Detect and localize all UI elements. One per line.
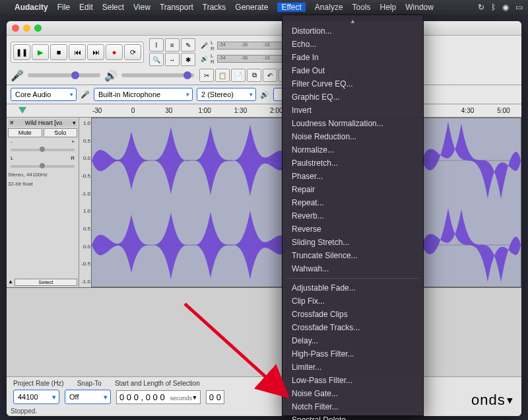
solo-button[interactable]: Solo <box>44 128 78 137</box>
bluetooth-icon[interactable]: ᛒ <box>491 3 496 12</box>
skip-end-button[interactable]: ⏭ <box>87 44 104 60</box>
trim-button[interactable]: ⧉ <box>247 69 261 82</box>
selection-start-time[interactable]: 0 0 0 , 0 0 0 seconds▾ <box>116 390 201 404</box>
maximize-button[interactable] <box>34 24 42 32</box>
menu-window[interactable]: Window <box>405 3 434 12</box>
multi-tool[interactable]: ✱ <box>181 53 195 66</box>
copy-button[interactable]: 📋 <box>215 69 230 82</box>
play-button[interactable]: ▶ <box>32 44 49 60</box>
effect-menu-item[interactable]: Wahwah... <box>282 262 423 275</box>
effect-menu-item[interactable]: Limiter... <box>282 361 423 374</box>
record-button[interactable]: ● <box>106 44 123 60</box>
effect-menu-item[interactable]: Crossfade Clips <box>282 308 423 321</box>
track-select-button[interactable]: Select <box>15 279 77 286</box>
effect-menu-item[interactable]: Adjustable Fade... <box>282 281 423 295</box>
recording-device-select[interactable]: Built-in Microphone <box>94 88 193 101</box>
effect-menu-item[interactable]: Truncate Silence... <box>282 249 423 262</box>
cut-button[interactable]: ✂ <box>199 69 214 82</box>
snap-to-select[interactable]: Off <box>65 390 111 404</box>
menu-generate[interactable]: Generate <box>235 3 268 12</box>
track-menu-icon[interactable]: ▾ <box>73 120 76 126</box>
menu-file[interactable]: File <box>57 3 70 12</box>
envelope-tool[interactable]: ≡ <box>165 38 180 52</box>
effect-menu-item[interactable]: Loudness Normalization... <box>282 117 423 130</box>
stop-button[interactable]: ■ <box>50 44 67 60</box>
effect-menu-item[interactable]: Clip Fix... <box>282 295 423 308</box>
track-close-icon[interactable]: ✕ <box>9 120 15 126</box>
undo-button[interactable]: ↶ <box>263 69 277 82</box>
speaker-device-icon: 🔊 <box>260 90 269 99</box>
effect-menu-item[interactable]: Normalize... <box>282 143 423 157</box>
tick: 4:30 <box>449 107 485 114</box>
effect-menu-item[interactable]: Filter Curve EQ... <box>282 77 423 90</box>
speaker-icon[interactable]: 🔊 <box>201 55 208 62</box>
effect-menu-item[interactable]: Fade In <box>282 51 423 64</box>
menu-tracks[interactable]: Tracks <box>203 3 226 12</box>
playback-volume-slider[interactable] <box>121 73 194 77</box>
effect-menu-item[interactable]: Repeat... <box>282 196 423 209</box>
project-rate-select[interactable]: 44100 <box>13 390 59 404</box>
device-toolbar: Core Audio 🎤 Built-in Microphone 2 (Ster… <box>7 85 521 104</box>
menu-edit[interactable]: Edit <box>79 3 93 12</box>
menu-select[interactable]: Select <box>102 3 124 12</box>
effect-menu-item[interactable]: Invert <box>282 104 423 117</box>
effect-menu-item[interactable]: Notch Filter... <box>282 400 423 413</box>
effect-menu-item[interactable]: Sliding Stretch... <box>282 236 423 249</box>
menu-analyze[interactable]: Analyze <box>315 3 343 12</box>
wifi-icon[interactable]: ◉ <box>502 3 509 12</box>
mic-icon[interactable]: 🎤 <box>201 42 208 49</box>
track-bits: 32-bit float <box>8 181 77 188</box>
effect-menu-item[interactable]: Distortion... <box>282 24 423 38</box>
effect-menu-item[interactable]: Low-Pass Filter... <box>282 374 423 387</box>
timeshift-tool[interactable]: ↔ <box>165 53 180 66</box>
menu-effect[interactable]: Effect <box>277 3 305 12</box>
playhead-icon[interactable] <box>18 107 26 114</box>
menu-tools[interactable]: Tools <box>352 3 371 12</box>
play-meter-l: LR <box>211 53 214 65</box>
menu-scroll-up-icon[interactable]: ▲ <box>282 18 423 24</box>
effect-menu-item[interactable]: Delay... <box>282 334 423 347</box>
effect-menu-item[interactable]: Repair <box>282 183 423 196</box>
track-collapse-icon[interactable]: ▲ <box>8 279 13 286</box>
effect-menu-item[interactable]: Noise Gate... <box>282 387 423 400</box>
effect-menu-item[interactable]: Reverse <box>282 223 423 236</box>
pan-slider[interactable] <box>11 165 75 168</box>
sync-icon[interactable]: ↻ <box>478 3 484 12</box>
minimize-button[interactable] <box>23 24 30 32</box>
selection-tool[interactable]: I <box>149 38 164 52</box>
audio-position-display[interactable]: onds▾ <box>471 392 515 409</box>
recording-volume-slider[interactable] <box>28 73 100 77</box>
gain-slider[interactable] <box>11 149 75 151</box>
track-name[interactable]: Wild Heart [vo <box>25 120 63 126</box>
zoom-tool[interactable]: 🔍 <box>149 53 164 66</box>
effect-menu-item[interactable]: High-Pass Filter... <box>282 347 423 361</box>
timeline-ruler[interactable]: -30 0 30 1:00 1:30 2:00 4:30 5:00 <box>7 104 521 118</box>
effect-menu-item[interactable]: Phaser... <box>282 170 423 183</box>
app-name[interactable]: Audacity <box>15 3 48 12</box>
paste-button[interactable]: 📄 <box>231 69 246 82</box>
battery-icon[interactable]: ▭ <box>515 3 523 12</box>
effect-menu-item[interactable]: Noise Reduction... <box>282 130 423 143</box>
menu-help[interactable]: Help <box>380 3 397 12</box>
effect-menu-item[interactable]: Graphic EQ... <box>282 90 423 104</box>
transport-toolbar: ❚❚ ▶ ■ ⏮ ⏭ ● ⟳ <box>11 42 144 63</box>
effect-menu-item[interactable]: Reverb... <box>282 209 423 223</box>
effect-menu-item[interactable]: Fade Out <box>282 64 423 77</box>
recording-channels-select[interactable]: 2 (Stereo) <box>197 88 256 101</box>
effect-menu-item[interactable]: Crossfade Tracks... <box>282 321 423 334</box>
effect-menu-item[interactable]: Echo... <box>282 38 423 51</box>
close-button[interactable] <box>12 24 19 32</box>
mute-button[interactable]: Mute <box>8 128 42 137</box>
skip-start-button[interactable]: ⏮ <box>69 44 86 60</box>
menu-view[interactable]: View <box>133 3 150 12</box>
menu-transport[interactable]: Transport <box>160 3 193 12</box>
pause-button[interactable]: ❚❚ <box>13 44 30 60</box>
loop-button[interactable]: ⟳ <box>124 44 141 60</box>
track-control-panel[interactable]: ✕Wild Heart [vo▾ Mute Solo -+ LR Stereo,… <box>7 118 79 287</box>
audio-host-select[interactable]: Core Audio <box>11 88 77 101</box>
selection-length-time[interactable]: 0 0 <box>206 390 224 404</box>
effect-menu-item[interactable]: Paulstretch... <box>282 157 423 170</box>
effect-menu-item[interactable]: Spectral Delete <box>282 413 423 420</box>
titlebar[interactable] <box>7 21 521 36</box>
draw-tool[interactable]: ✎ <box>181 38 195 52</box>
